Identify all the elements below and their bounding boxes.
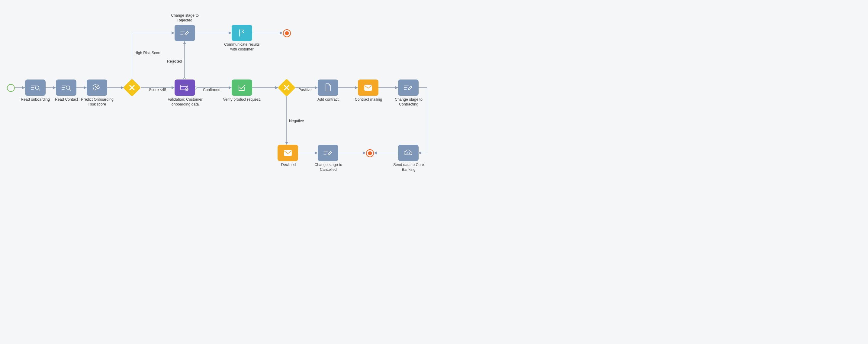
svg-point-12 [368,151,372,155]
edit-list-icon [322,149,334,157]
x-icon [128,84,135,91]
task-communicate[interactable] [231,25,252,41]
task-label: Contract mailing [352,97,385,102]
task-send-core-banking[interactable] [398,145,418,161]
task-label: Read Contact [51,97,82,102]
task-label: Predict Onboarding Risk score [79,97,115,107]
task-read-onboarding[interactable] [25,80,45,96]
gateway-verify[interactable] [280,81,293,94]
task-predict-risk[interactable] [87,80,107,96]
task-label: Declined [273,163,304,168]
task-contract-mailing[interactable] [358,80,378,96]
mail-icon [363,84,373,91]
edit-list-icon [403,83,414,92]
cloud-code-icon [403,149,414,157]
flag-icon [237,28,247,37]
card-check-icon [179,83,190,92]
start-event[interactable] [7,84,15,93]
mail-icon [283,149,293,156]
task-label: Change stage to Rejected [167,13,202,23]
edge-label-score: Score <45 [149,88,166,92]
task-label: Validation: Customer onboarding data [165,97,205,107]
edit-list-icon [179,29,190,37]
document-icon [324,83,332,92]
task-label: Communicate results with customer [220,42,264,52]
search-list-icon [61,83,71,92]
task-change-stage-rejected[interactable] [175,25,195,41]
task-change-stage-cancelled[interactable] [318,145,338,161]
task-read-contact[interactable] [56,80,76,96]
search-list-icon [30,83,41,92]
svg-rect-6 [181,85,188,90]
edge-label-positive: Positive [299,88,312,92]
edge-label-negative: Negative [289,119,304,123]
end-event-terminate-mid[interactable] [366,149,374,159]
task-label: Verify product request. [220,97,264,102]
task-add-contract[interactable] [318,80,338,96]
task-validation[interactable] [175,80,195,96]
edge-label-confirmed: Confirmed [203,88,220,92]
task-label: Change stage to Contracting [392,97,425,107]
task-label: Change stage to Cancelled [311,163,345,172]
task-label: Read onboarding [17,97,54,102]
check-box-icon [237,83,247,92]
task-change-stage-contracting[interactable] [398,80,418,96]
task-label: Send data to Core Banking [390,163,427,172]
brain-icon [92,83,102,92]
svg-point-9 [285,31,289,35]
svg-point-0 [7,84,14,92]
svg-rect-13 [284,150,291,156]
edge-label-rejected: Rejected [167,59,182,63]
x-icon [283,84,290,91]
task-declined[interactable] [278,145,298,161]
svg-rect-10 [365,85,372,90]
gateway-score[interactable] [126,81,138,94]
edge-label-high-risk: High Risk Score [134,51,162,55]
end-event-terminate-top[interactable] [282,29,291,39]
task-verify-product[interactable] [231,80,252,96]
task-label: Add contract [313,97,343,102]
